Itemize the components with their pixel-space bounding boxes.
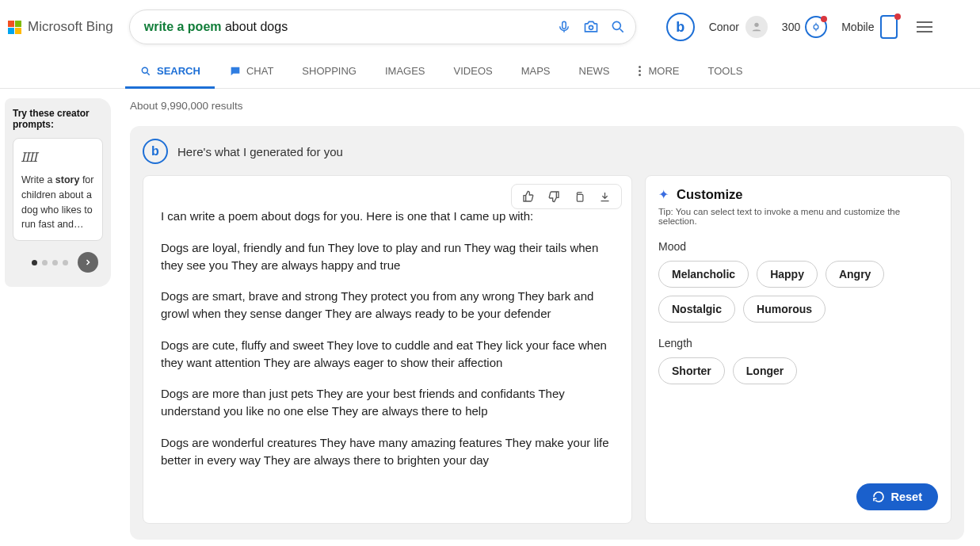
tab-search[interactable]: SEARCH (125, 54, 215, 88)
pager-dot[interactable] (32, 260, 37, 265)
generation-actions (511, 184, 622, 209)
mic-icon[interactable] (556, 19, 572, 35)
hamburger-icon[interactable] (917, 21, 932, 32)
sparkle-icon: ✦ (658, 187, 669, 202)
rewards-chip[interactable]: 300 (782, 16, 827, 38)
bing-chat-icon[interactable]: b (666, 13, 695, 41)
tab-images[interactable]: IMAGES (371, 54, 440, 88)
tab-label: SEARCH (157, 65, 200, 77)
pager-next[interactable] (78, 252, 98, 273)
image-search-icon[interactable] (583, 19, 599, 35)
copy-icon[interactable] (572, 189, 586, 204)
creator-prompts-card: Try these creator prompts: 𝘐𝘐𝘐𝘐 Write a … (5, 98, 111, 287)
svg-point-2 (612, 21, 620, 29)
more-dots-icon (639, 66, 641, 76)
tab-label: NEWS (579, 65, 610, 77)
search-icon (139, 65, 152, 78)
tab-label: MAPS (521, 65, 551, 77)
tab-news[interactable]: NEWS (565, 54, 624, 88)
tab-shopping[interactable]: SHOPPING (288, 54, 371, 88)
mobile-chip[interactable]: Mobile (841, 15, 898, 39)
logo-text: Microsoft Bing (28, 19, 113, 35)
prompt-strong: story (55, 174, 80, 185)
tab-label: SHOPPING (302, 65, 357, 77)
svg-point-4 (814, 25, 818, 29)
mood-pill-angry[interactable]: Angry (826, 261, 884, 288)
length-pill-longer[interactable]: Longer (733, 357, 797, 384)
poem-line: Dogs are loyal, friendly and fun They lo… (161, 239, 614, 274)
nav-tabs: SEARCH CHAT SHOPPING IMAGES VIDEOS MAPS … (0, 54, 980, 89)
search-input[interactable]: write a poem about dogs (144, 20, 556, 34)
customize-tip: Tip: You can select text to invoke a men… (658, 207, 938, 226)
reset-label: Reset (891, 491, 923, 503)
pager-dot[interactable] (63, 260, 68, 265)
mobile-label: Mobile (841, 21, 874, 33)
user-name: Conor (709, 21, 739, 33)
download-icon[interactable] (597, 189, 612, 204)
medal-icon (805, 16, 827, 38)
poem-line: Dogs are more than just pets They are yo… (161, 385, 614, 420)
ai-title: Here's what I generated for you (177, 145, 343, 158)
story-icon: 𝘐𝘐𝘐𝘐 (21, 147, 94, 168)
prompt-card[interactable]: 𝘐𝘐𝘐𝘐 Write a story for children about a … (13, 138, 103, 241)
tab-tools[interactable]: TOOLS (694, 54, 757, 88)
microsoft-icon (8, 21, 21, 34)
reset-button[interactable]: Reset (856, 483, 939, 510)
ai-panel: b Here's what I generated for you I can … (130, 126, 964, 540)
tab-more[interactable]: MORE (624, 54, 694, 88)
sidebar: Try these creator prompts: 𝘐𝘐𝘐𝘐 Write a … (0, 89, 111, 546)
prompt-pager (13, 252, 103, 273)
phone-icon (880, 15, 898, 39)
poem-line: Dogs are cute, fluffy and sweet They lov… (161, 337, 614, 372)
thumbs-up-icon[interactable] (521, 189, 536, 204)
query-highlight: write a poem (144, 20, 222, 33)
tab-chat[interactable]: CHAT (215, 54, 288, 88)
poem-line: I can write a poem about dogs for you. H… (161, 208, 614, 225)
svg-rect-6 (577, 194, 583, 201)
tab-maps[interactable]: MAPS (507, 54, 565, 88)
length-label: Length (658, 337, 938, 349)
mood-pill-happy[interactable]: Happy (757, 261, 818, 288)
customize-title: Customize (677, 187, 742, 202)
header: Microsoft Bing write a poem about dogs b… (0, 0, 980, 54)
prompt-prefix: Write a (21, 174, 55, 185)
sidebar-title: Try these creator prompts: (13, 108, 103, 130)
tab-label: MORE (649, 65, 680, 77)
svg-point-5 (142, 67, 147, 73)
mood-pill-melancholic[interactable]: Melancholic (658, 261, 749, 288)
tab-label: TOOLS (708, 65, 743, 77)
tab-videos[interactable]: VIDEOS (440, 54, 507, 88)
length-pill-shorter[interactable]: Shorter (658, 357, 725, 384)
header-right: b Conor 300 Mobile (666, 13, 949, 41)
tab-label: VIDEOS (454, 65, 493, 77)
search-icon[interactable] (610, 19, 626, 35)
svg-point-3 (754, 23, 758, 27)
chat-icon (229, 65, 242, 78)
notification-dot-icon (821, 16, 827, 22)
mood-pill-humorous[interactable]: Humorous (743, 296, 826, 323)
main-column: About 9,990,000 results b Here's what I … (111, 89, 980, 546)
poem-line: Dogs are smart, brave and strong They pr… (161, 288, 614, 323)
tab-label: IMAGES (385, 65, 425, 77)
pager-dot[interactable] (42, 260, 48, 265)
mood-pill-nostalgic[interactable]: Nostalgic (658, 296, 735, 323)
search-box[interactable]: write a poem about dogs (129, 10, 636, 44)
results-count: About 9,990,000 results (130, 100, 964, 112)
customize-card: ✦ Customize Tip: You can select text to … (645, 175, 951, 524)
bing-logo[interactable]: Microsoft Bing (8, 19, 113, 35)
bing-ai-icon: b (143, 139, 168, 164)
pager-dot[interactable] (52, 260, 58, 265)
refresh-icon (872, 491, 885, 503)
avatar-icon (745, 16, 768, 38)
user-chip[interactable]: Conor (709, 16, 768, 38)
query-rest: about dogs (222, 20, 288, 33)
generation-text: I can write a poem about dogs for you. H… (161, 208, 614, 468)
svg-point-1 (589, 25, 593, 29)
tab-label: CHAT (246, 65, 273, 77)
poem-line: Dogs are wonderful creatures They have m… (161, 434, 614, 469)
points-count: 300 (782, 21, 800, 33)
generation-card: I can write a poem about dogs for you. H… (143, 175, 632, 524)
svg-rect-0 (562, 21, 566, 29)
mood-label: Mood (658, 240, 938, 253)
thumbs-down-icon[interactable] (547, 189, 561, 204)
